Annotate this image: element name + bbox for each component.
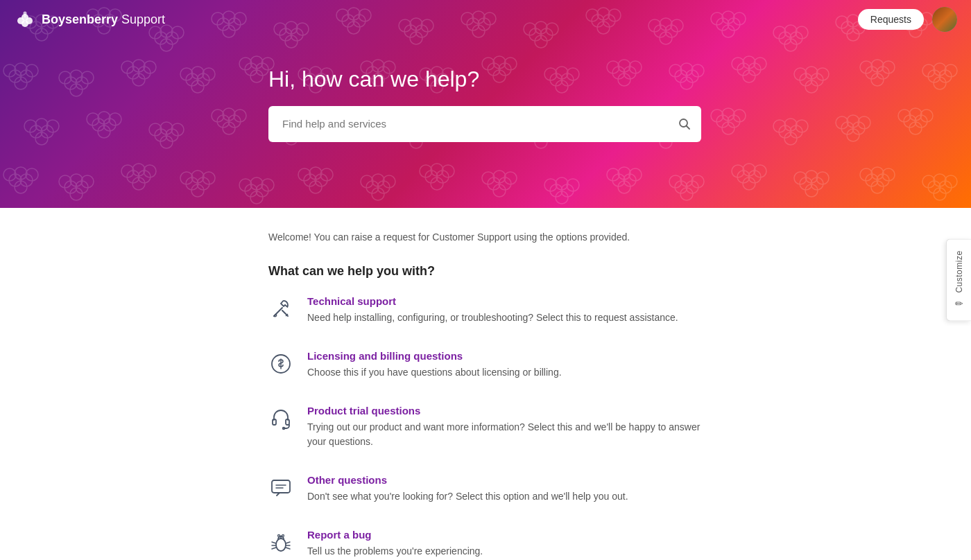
hero-title: Hi, how can we help? [268,67,479,92]
service-title-licensing-billing[interactable]: Licensing and billing questions [307,350,562,362]
dollar-circle-icon [268,351,293,376]
search-bar [268,106,701,142]
bug-icon [268,530,293,555]
avatar[interactable] [932,7,957,32]
customize-label: Customize [954,250,964,292]
search-icon [678,117,691,131]
service-title-other-questions[interactable]: Other questions [307,474,628,486]
logo-icon [14,8,36,30]
header: Boysenberry Support Requests [0,0,971,39]
main-content: Welcome! You can raise a request for Cus… [0,208,971,560]
svg-point-31 [278,535,280,537]
service-item-technical-support[interactable]: Technical support Need help installing, … [268,295,703,325]
service-content-report-bug: Report a bug Tell us the problems you're… [307,529,483,559]
svg-line-13 [687,125,690,129]
wrench-screwdriver-icon [268,297,293,322]
service-content-technical-support: Technical support Need help installing, … [307,295,678,325]
service-desc-other-questions: Don't see what you're looking for? Selec… [307,489,628,504]
service-item-report-bug[interactable]: Report a bug Tell us the problems you're… [268,529,703,559]
search-input[interactable] [268,106,701,142]
avatar-image [932,7,957,32]
service-desc-report-bug: Tell us the problems you're experiencing… [307,544,483,559]
welcome-text: Welcome! You can raise a request for Cus… [268,230,703,245]
service-title-technical-support[interactable]: Technical support [307,295,678,307]
service-item-other-questions[interactable]: Other questions Don't see what you're lo… [268,474,703,504]
svg-point-4 [24,12,27,15]
service-content-product-trial: Product trial questions Trying out our p… [307,405,703,449]
requests-button[interactable]: Requests [858,9,924,30]
service-content-licensing-billing: Licensing and billing questions Choose t… [307,350,562,380]
chat-bubble-icon [268,475,293,500]
logo-text: Boysenberry Support [42,12,165,27]
service-title-report-bug[interactable]: Report a bug [307,529,483,541]
svg-line-27 [286,542,290,543]
service-title-product-trial[interactable]: Product trial questions [307,405,703,417]
svg-line-24 [272,542,276,543]
pencil-icon: ✏ [955,299,963,310]
service-content-other-questions: Other questions Don't see what you're lo… [307,474,628,504]
svg-point-23 [276,539,286,551]
service-desc-product-trial: Trying out our product and want more inf… [307,420,703,449]
services-list: Technical support Need help installing, … [268,295,703,560]
search-button[interactable] [678,117,691,131]
service-desc-licensing-billing: Choose this if you have questions about … [307,365,562,380]
section-title: What can we help you with? [268,264,703,279]
svg-line-26 [272,548,276,549]
service-item-product-trial[interactable]: Product trial questions Trying out our p… [268,405,703,449]
svg-line-29 [286,548,290,549]
service-item-licensing-billing[interactable]: Licensing and billing questions Choose t… [268,350,703,380]
svg-rect-20 [272,480,290,493]
svg-point-32 [282,535,284,537]
headset-icon [268,406,293,431]
customize-sidebar[interactable]: Customize ✏ [946,238,971,321]
service-desc-technical-support: Need help installing, configuring, or tr… [307,310,678,325]
logo[interactable]: Boysenberry Support [14,8,165,30]
header-right: Requests [858,7,957,32]
